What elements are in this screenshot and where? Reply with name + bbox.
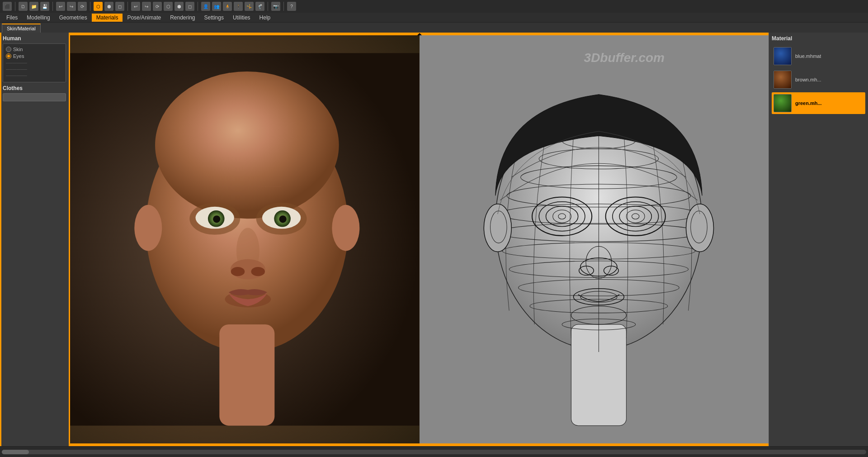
left-orange-bar [0,33,1,446]
material-label-green: green.mh... [795,100,822,106]
svg-rect-3 [219,324,274,426]
scrollbar[interactable] [0,446,868,457]
separator [198,2,198,11]
human-panel-box: Skin Eyes ────── ────── ────── [3,43,66,82]
tabbar: Skin/Material [0,23,868,33]
material-item-brown[interactable]: brown.mh... [772,69,865,90]
viewport-handle-top[interactable] [70,33,769,35]
menu-settings[interactable]: Settings [200,14,228,22]
material-header: Material [772,35,865,42]
separator [127,2,128,11]
tool-icon-4[interactable]: ⬡ [164,2,173,11]
titlebar: ⬛ 🗋 📁 💾 ↩ ↪ ⟳ ⬡ ⬢ ◻ ↩ ↪ ⟳ ⬡ ⬢ ◻ 👤 👥 🧍 🕴 … [0,0,868,13]
svg-point-18 [332,205,359,251]
refresh-icon[interactable]: ⟳ [78,2,87,11]
figure-icon-2[interactable]: 👥 [212,2,221,11]
material-label-blue: blue.mhmat [795,53,821,59]
help-icon[interactable]: ? [287,2,296,11]
scroll-track[interactable] [2,450,866,454]
left-panel: Human Skin Eyes ────── ────── ────── Clo… [0,33,70,446]
svg-point-11 [279,215,286,223]
redo-icon[interactable]: ↪ [67,2,76,11]
menu-modelling[interactable]: Modelling [22,14,54,22]
app-icon[interactable]: ⬛ [3,2,12,11]
tool-icon-2[interactable]: ↪ [142,2,151,11]
material-item-green[interactable]: green.mh... [772,92,865,114]
rendered-head-svg [70,35,420,443]
svg-point-17 [134,205,162,251]
wireframe-head-svg [420,35,769,443]
tab-skin-material[interactable]: Skin/Material [2,24,41,33]
viewport-rendered [70,35,420,443]
mode-icon-3[interactable]: ◻ [115,2,124,11]
handle-arrow-top [417,33,422,35]
human-section-title: Human [3,35,66,42]
svg-point-2 [155,71,339,219]
material-label-brown: brown.mh... [795,77,821,82]
scroll-thumb[interactable] [2,450,29,454]
figure-icon-5[interactable]: 🤸 [245,2,254,11]
dim-item-2: ────── [6,67,63,72]
right-panel: Material blue.mhmat brown.mh... green.mh… [769,33,868,446]
skin-radio-item[interactable]: Skin [6,47,63,52]
menu-materials[interactable]: Materials [92,14,123,22]
camera-icon[interactable]: 📷 [271,2,280,11]
eyes-radio[interactable] [6,53,11,59]
new-icon[interactable]: 🗋 [19,2,28,11]
viewport[interactable]: 3Dbuffer.com [70,33,769,446]
undo-icon[interactable]: ↩ [56,2,65,11]
svg-point-15 [251,267,264,276]
material-thumb-blue [774,47,792,65]
menu-utilities[interactable]: Utilities [228,14,255,22]
separator [90,2,90,11]
mode-icon-1[interactable]: ⬡ [94,2,103,11]
tool-icon-3[interactable]: ⟳ [153,2,162,11]
figure-icon-3[interactable]: 🧍 [223,2,232,11]
mode-icon-2[interactable]: ⬢ [104,2,113,11]
menu-rendering[interactable]: Rendering [165,14,199,22]
dim-item-1: ────── [6,60,63,66]
figure-icon-1[interactable]: 👤 [201,2,210,11]
skin-radio[interactable] [6,47,11,52]
open-icon[interactable]: 📁 [29,2,38,11]
save-icon[interactable]: 💾 [40,2,49,11]
separator [283,2,284,11]
tool-icon-6[interactable]: ◻ [185,2,194,11]
dim-item-3: ────── [6,73,63,78]
material-thumb-green [774,94,792,112]
viewport-wireframe [420,35,769,443]
svg-point-14 [231,267,245,276]
tool-icon-1[interactable]: ↩ [131,2,140,11]
menu-pose-animate[interactable]: Pose/Animate [123,14,165,22]
eyes-radio-item[interactable]: Eyes [6,53,63,59]
menu-geometries[interactable]: Geometries [55,14,92,22]
skin-label: Skin [13,47,23,52]
clothes-label: Clothes [3,85,66,91]
viewport-handle-bottom[interactable] [70,443,769,446]
menu-help[interactable]: Help [255,14,275,22]
figure-icon-4[interactable]: 🕴 [234,2,243,11]
eyes-label: Eyes [13,53,24,59]
separator [268,2,268,11]
menu-files[interactable]: Files [2,14,22,22]
main-area: Human Skin Eyes ────── ────── ────── Clo… [0,33,868,446]
menubar: Files Modelling Geometries Materials Pos… [0,13,868,23]
tool-icon-5[interactable]: ⬢ [175,2,184,11]
material-item-blue[interactable]: blue.mhmat [772,45,865,67]
separator [15,2,15,11]
figure-icon-6[interactable]: 🦿 [255,2,264,11]
material-thumb-brown [774,71,792,89]
svg-point-10 [213,215,220,223]
clothes-bar [3,93,66,101]
separator [52,2,53,11]
